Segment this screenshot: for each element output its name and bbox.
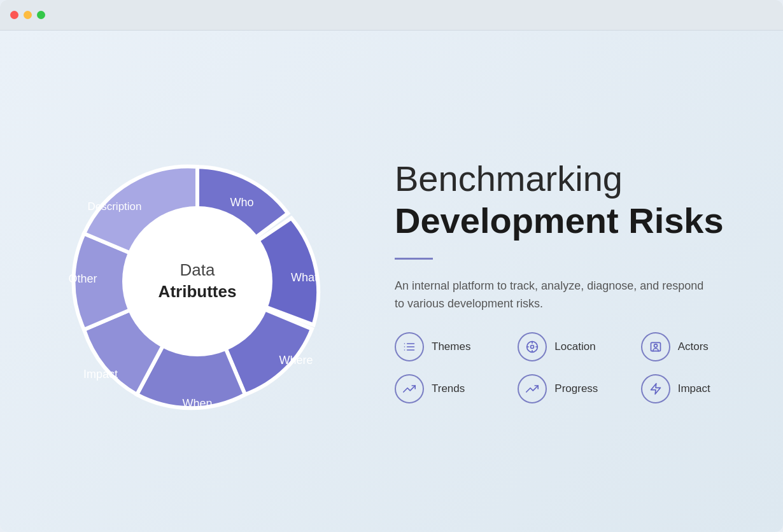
donut-chart: Who What Where When Impact Other Descrip… (38, 122, 356, 440)
feature-impact: Impact (641, 374, 745, 403)
titlebar (0, 0, 783, 31)
traffic-lights (10, 11, 45, 19)
chart-center-label: Data Atributtes (159, 260, 237, 303)
title-line2: Development Risks (395, 201, 745, 241)
label-who: Who (230, 196, 253, 209)
svg-marker-14 (651, 384, 660, 395)
maximize-button[interactable] (37, 11, 45, 19)
features-grid: Themes Location (395, 332, 745, 403)
feature-location: Location (518, 332, 621, 361)
actors-label: Actors (678, 340, 709, 353)
app-window: Who What Where When Impact Other Descrip… (0, 0, 783, 532)
location-label: Location (554, 340, 595, 353)
close-button[interactable] (10, 11, 18, 19)
title-section: Benchmarking Development Risks (395, 159, 745, 240)
label-when: When (182, 397, 212, 410)
target-icon (526, 340, 539, 353)
list-icon (403, 340, 416, 353)
trends-label: Trends (432, 382, 465, 395)
progress-label: Progress (554, 382, 598, 395)
bolt-icon (649, 382, 662, 395)
person-badge-icon (649, 340, 662, 353)
impact-label: Impact (678, 382, 710, 395)
feature-themes: Themes (395, 332, 498, 361)
trends-icon-circle (395, 374, 424, 403)
location-icon-circle (518, 332, 547, 361)
label-impact: Impact (83, 368, 118, 381)
title-line1: Benchmarking (395, 159, 745, 199)
impact-icon-circle (641, 374, 670, 403)
label-what: What (291, 271, 318, 284)
progress-trending-icon (526, 382, 539, 395)
themes-icon-circle (395, 332, 424, 361)
chart-center-bottom: Atributtes (159, 281, 237, 303)
feature-trends: Trends (395, 374, 498, 403)
hero-description: An internal platform to track, analyze, … (395, 277, 713, 313)
progress-icon-circle (518, 374, 547, 403)
main-content: Who What Where When Impact Other Descrip… (0, 31, 783, 532)
svg-point-7 (531, 345, 534, 348)
chart-center-top: Data (159, 260, 237, 281)
feature-progress: Progress (518, 374, 621, 403)
feature-actors: Actors (641, 332, 745, 361)
right-panel: Benchmarking Development Risks An intern… (395, 159, 745, 403)
actors-icon-circle (641, 332, 670, 361)
label-where: Where (279, 354, 313, 367)
title-divider (395, 258, 433, 260)
minimize-button[interactable] (24, 11, 32, 19)
svg-point-13 (654, 344, 657, 347)
trending-up-icon (403, 382, 416, 395)
themes-label: Themes (432, 340, 470, 353)
label-other: Other (68, 272, 97, 285)
label-description: Description (87, 200, 141, 213)
